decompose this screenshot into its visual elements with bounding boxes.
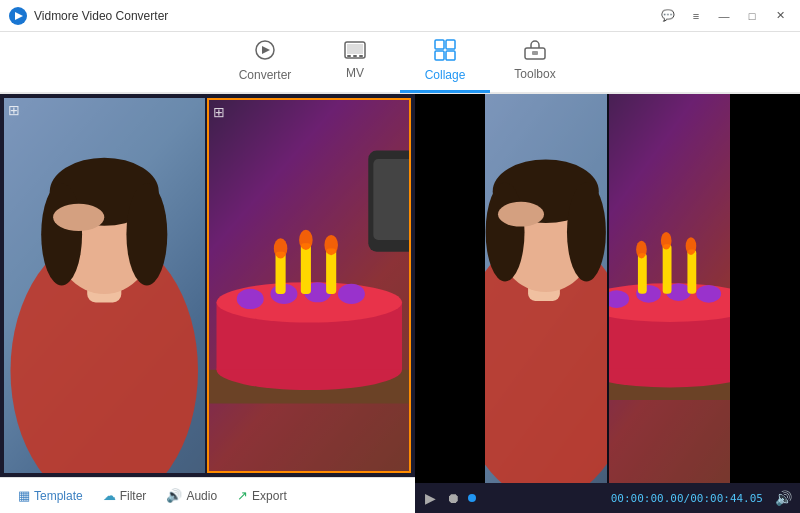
svg-rect-10 [446, 40, 455, 49]
filter-icon: ☁ [103, 488, 116, 503]
svg-point-37 [273, 238, 286, 258]
mv-icon [344, 41, 366, 62]
person-video-svg [4, 98, 205, 473]
stop-button[interactable]: ⏺ [444, 488, 462, 508]
tab-filter[interactable]: ☁ Filter [93, 478, 157, 514]
close-btn[interactable]: ✕ [768, 6, 792, 26]
tab-filter-label: Filter [120, 489, 147, 503]
preview-slot-2 [609, 94, 731, 483]
app-title: Vidmore Video Converter [34, 9, 656, 23]
left-panel: ⊞ [0, 94, 415, 513]
video-slot-2[interactable]: ⊞ [207, 98, 412, 473]
menu-btn[interactable]: ≡ [684, 6, 708, 26]
svg-point-60 [696, 285, 721, 303]
tab-audio-label: Audio [186, 489, 217, 503]
toolbox-icon [524, 40, 546, 63]
slot-1-corner-icon: ⊞ [8, 102, 20, 118]
player-controls: ▶ ⏺ 00:00:00.00/00:00:44.05 🔊 [415, 483, 800, 513]
svg-marker-3 [262, 46, 270, 54]
time-display: 00:00:00.00/00:00:44.05 [611, 492, 763, 505]
slot-2-corner-icon: ⊞ [213, 104, 225, 120]
collage-icon [434, 39, 456, 64]
svg-rect-7 [353, 55, 357, 57]
svg-point-21 [41, 183, 82, 285]
svg-rect-63 [687, 250, 696, 294]
preview-area [415, 94, 800, 483]
svg-rect-61 [637, 253, 646, 294]
svg-rect-41 [373, 159, 409, 240]
video-slot-1[interactable]: ⊞ [4, 98, 205, 473]
template-icon: ▦ [18, 488, 30, 503]
window-controls: 💬 ≡ — □ ✕ [656, 6, 792, 26]
play-button[interactable]: ▶ [423, 488, 438, 508]
preview-slot-1 [485, 94, 607, 483]
svg-point-64 [636, 241, 647, 259]
video-thumb-1: ⊞ [4, 98, 205, 473]
video-inputs: ⊞ [0, 94, 415, 477]
chat-btn[interactable]: 💬 [656, 6, 680, 26]
tab-export[interactable]: ↗ Export [227, 478, 297, 514]
svg-point-39 [324, 235, 337, 255]
svg-rect-35 [300, 243, 310, 294]
app-logo [8, 6, 28, 26]
tab-template-label: Template [34, 489, 83, 503]
svg-point-22 [126, 183, 167, 285]
tab-export-label: Export [252, 489, 287, 503]
export-tab-icon: ↗ [237, 488, 248, 503]
preview-video [485, 94, 730, 483]
svg-point-66 [685, 237, 696, 255]
tab-mv[interactable]: MV [310, 31, 400, 93]
tab-audio[interactable]: 🔊 Audio [156, 478, 227, 514]
svg-point-50 [498, 202, 544, 227]
tab-toolbox-label: Toolbox [514, 67, 555, 81]
tab-bar: ▦ Template ☁ Filter 🔊 Audio ↗ Export [0, 477, 415, 513]
audio-icon: 🔊 [166, 488, 182, 503]
svg-rect-62 [662, 244, 671, 294]
video-thumb-2: ⊞ [209, 100, 410, 471]
tab-mv-label: MV [346, 66, 364, 80]
right-panel: ▶ ⏺ 00:00:00.00/00:00:44.05 🔊 [415, 94, 800, 513]
svg-point-30 [236, 289, 263, 309]
main-content: ⊞ [0, 94, 800, 513]
minimize-btn[interactable]: — [712, 6, 736, 26]
nav-bar: Converter MV Collage [0, 32, 800, 94]
svg-rect-5 [347, 44, 363, 54]
tab-collage-label: Collage [425, 68, 466, 82]
svg-rect-6 [347, 55, 351, 57]
svg-point-65 [660, 232, 671, 250]
tab-toolbox[interactable]: Toolbox [490, 31, 580, 93]
svg-point-33 [337, 284, 364, 304]
svg-rect-12 [446, 51, 455, 60]
tab-converter-label: Converter [239, 68, 292, 82]
tab-template[interactable]: ▦ Template [8, 478, 93, 514]
volume-icon[interactable]: 🔊 [775, 490, 792, 506]
progress-indicator [468, 494, 476, 502]
svg-point-48 [486, 182, 525, 281]
converter-icon [254, 39, 276, 64]
svg-point-49 [567, 182, 606, 281]
tab-converter[interactable]: Converter [220, 31, 310, 93]
title-bar: Vidmore Video Converter 💬 ≡ — □ ✕ [0, 0, 800, 32]
preview-right-bar [730, 94, 800, 483]
maximize-btn[interactable]: □ [740, 6, 764, 26]
svg-rect-14 [532, 51, 538, 55]
svg-point-38 [299, 230, 312, 250]
svg-rect-9 [435, 40, 444, 49]
preview-left-bar [415, 94, 485, 483]
svg-point-23 [53, 204, 104, 231]
cake-video-svg [209, 100, 410, 471]
tab-collage[interactable]: Collage [400, 31, 490, 93]
svg-rect-11 [435, 51, 444, 60]
svg-rect-36 [326, 248, 336, 294]
svg-rect-8 [359, 55, 363, 57]
